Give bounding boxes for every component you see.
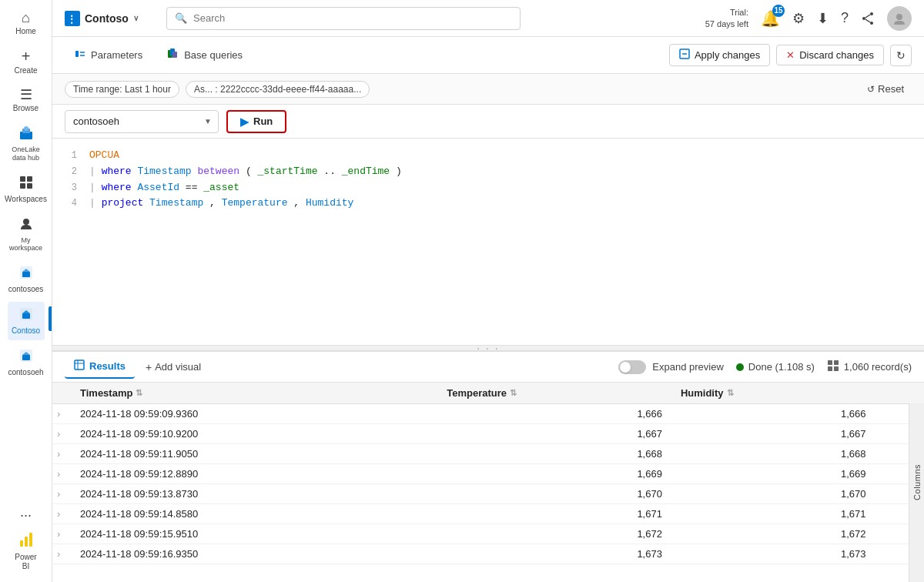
row-timestamp: 2024-11-18 09:59:10.9200: [71, 424, 437, 444]
svg-text:⋮⋮: ⋮⋮: [67, 14, 80, 25]
sidebar-item-onelake[interactable]: OneLakedata hub: [8, 121, 45, 167]
toggle-track[interactable]: [618, 360, 646, 374]
row-expand[interactable]: ›: [52, 544, 71, 564]
sidebar-item-myworkspace[interactable]: Myworkspace: [8, 212, 45, 258]
row-temperature: 1,667: [437, 424, 671, 444]
content-area: Parameters Base queries Apply changes ✕ …: [52, 37, 924, 582]
active-indicator: [49, 306, 52, 331]
add-visual-button[interactable]: + Add visual: [138, 358, 209, 376]
row-timestamp: 2024-11-18 09:59:16.9350: [71, 544, 437, 564]
query-run-bar: contosoeh ▼ ▶ Run: [52, 105, 924, 139]
row-temperature: 1,671: [437, 504, 671, 524]
notification-count: 15: [772, 5, 785, 17]
topbar: ⋮⋮ Contoso ∨ 🔍 Trial: 57 days left 🔔 15 …: [52, 0, 924, 37]
row-expand[interactable]: ›: [52, 504, 71, 524]
apply-changes-button[interactable]: Apply changes: [669, 44, 770, 66]
svg-rect-30: [172, 52, 177, 58]
code-line-3: 3 | where AssetId == _asset: [65, 180, 912, 196]
row-timestamp: 2024-11-18 09:59:15.9510: [71, 524, 437, 544]
download-button[interactable]: ⬇: [817, 10, 829, 27]
empty-column-header: [875, 383, 924, 404]
row-humidity: 1,667: [671, 424, 875, 444]
avatar[interactable]: [887, 6, 912, 31]
time-range-filter[interactable]: Time range: Last 1 hour: [65, 81, 179, 98]
search-icon: 🔍: [175, 12, 187, 24]
sidebar-item-home[interactable]: ⌂ Home: [8, 6, 45, 41]
row-humidity: 1,666: [671, 404, 875, 424]
results-toolbar: Results + Add visual Expand preview: [52, 352, 924, 383]
sidebar-item-workspaces[interactable]: Workspaces: [8, 170, 45, 209]
svg-rect-14: [20, 540, 23, 547]
settings-button[interactable]: ⚙: [792, 10, 805, 27]
results-area: Results + Add visual Expand preview: [52, 351, 924, 582]
resize-handle[interactable]: · · ·: [52, 345, 924, 351]
chevron-down-icon: ▼: [204, 117, 212, 125]
table-row: › 2024-11-18 09:59:16.9350 1,673 1,673: [52, 544, 924, 564]
app-logo[interactable]: ⋮⋮ Contoso ∨: [65, 11, 157, 26]
discard-changes-button[interactable]: ✕ Discard changes: [776, 45, 884, 65]
sidebar-item-contoso[interactable]: Contoso: [8, 302, 45, 340]
asset-filter[interactable]: As... : 2222cccc-33dd-eeee-ff44-aaaaa...: [186, 81, 370, 98]
database-selector[interactable]: contosoeh ▼: [65, 110, 219, 133]
expand-preview-toggle[interactable]: Expand preview: [618, 360, 724, 374]
row-humidity: 1,669: [671, 464, 875, 484]
contoso-icon: [18, 306, 34, 324]
parameters-tab[interactable]: Parameters: [65, 43, 152, 67]
svg-rect-37: [834, 360, 839, 365]
table-row: › 2024-11-18 09:59:11.9050 1,668 1,668: [52, 444, 924, 464]
svg-line-22: [865, 15, 870, 18]
refresh-button[interactable]: ↻: [890, 45, 912, 66]
svg-line-23: [865, 19, 870, 22]
svg-rect-5: [20, 183, 25, 189]
timestamp-column-header[interactable]: Timestamp ⇅: [71, 383, 437, 404]
run-button[interactable]: ▶ Run: [226, 110, 286, 133]
status-indicator: [736, 363, 744, 371]
row-temperature: 1,666: [437, 404, 671, 424]
svg-rect-13: [22, 355, 30, 360]
row-humidity: 1,670: [671, 484, 875, 504]
sidebar-item-create[interactable]: + Create: [8, 44, 45, 80]
sidebar-item-more[interactable]: ···: [8, 503, 45, 527]
columns-panel-handle[interactable]: Columns: [909, 383, 924, 582]
svg-rect-4: [27, 176, 32, 182]
sidebar-item-browse[interactable]: ☰ Browse: [8, 83, 45, 118]
filter-bar-right: ↺ Reset: [859, 80, 912, 98]
record-count: 1,060 record(s): [827, 360, 912, 374]
sidebar-item-powerbi[interactable]: Power BI: [8, 527, 45, 576]
row-expand[interactable]: ›: [52, 464, 71, 484]
svg-rect-11: [22, 313, 30, 319]
search-box[interactable]: 🔍: [166, 7, 521, 30]
row-expand[interactable]: ›: [52, 444, 71, 464]
share-icon: [861, 12, 875, 25]
row-humidity: 1,668: [671, 444, 875, 464]
row-expand[interactable]: ›: [52, 424, 71, 444]
sort-icon: ⇅: [136, 388, 142, 398]
row-expand[interactable]: ›: [52, 524, 71, 544]
results-tab[interactable]: Results: [65, 355, 135, 379]
svg-rect-9: [22, 272, 30, 277]
base-queries-tab[interactable]: Base queries: [158, 43, 252, 67]
humidity-column-header[interactable]: Humidity ⇅: [671, 383, 875, 404]
sidebar-item-contosoeh[interactable]: contosoeh: [8, 343, 45, 382]
row-timestamp: 2024-11-18 09:59:13.8730: [71, 484, 437, 504]
svg-rect-6: [27, 183, 32, 189]
code-line-1: 1 OPCUA: [65, 148, 912, 164]
code-line-2: 2 | where Timestamp between ( _startTime…: [65, 164, 912, 180]
table-row: › 2024-11-18 09:59:10.9200 1,667 1,667: [52, 424, 924, 444]
reset-button[interactable]: ↺ Reset: [859, 80, 912, 98]
help-button[interactable]: ?: [841, 10, 849, 26]
row-expand[interactable]: ›: [52, 404, 71, 424]
code-editor[interactable]: 1 OPCUA 2 | where Timestamp between ( _s…: [52, 139, 924, 345]
svg-rect-33: [75, 360, 84, 370]
row-timestamp: 2024-11-18 09:59:14.8580: [71, 504, 437, 524]
table-row: › 2024-11-18 09:59:13.8730 1,670 1,670: [52, 484, 924, 504]
temperature-column-header[interactable]: Temperature ⇅: [437, 383, 671, 404]
share-button[interactable]: [861, 12, 875, 25]
discard-icon: ✕: [786, 49, 795, 61]
search-input[interactable]: [193, 12, 512, 24]
row-expand[interactable]: ›: [52, 484, 71, 504]
notifications-button[interactable]: 🔔 15: [761, 9, 780, 28]
svg-rect-38: [828, 366, 832, 371]
expand-column-header: [52, 383, 71, 404]
sidebar-item-contosoes[interactable]: contosoes: [8, 260, 45, 299]
